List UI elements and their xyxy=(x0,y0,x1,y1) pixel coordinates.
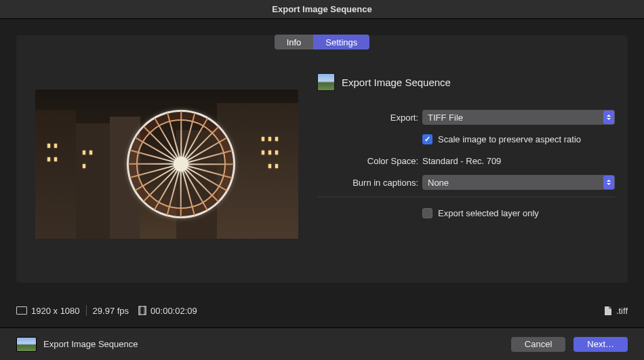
film-icon xyxy=(138,306,146,315)
tab-info[interactable]: Info xyxy=(275,35,314,49)
window-title: Export Image Sequence xyxy=(272,4,371,14)
export-selected-layer-label: Export selected layer only xyxy=(438,208,539,218)
burn-captions-label: Burn in captions: xyxy=(317,178,422,188)
burn-captions-popup[interactable]: None xyxy=(422,175,615,190)
status-bar: 1920 x 1080 29.97 fps 00:00:02:09 .tiff xyxy=(16,300,628,321)
sequence-icon xyxy=(317,73,335,91)
settings-panel: Info Settings xyxy=(16,35,628,283)
frame-icon xyxy=(16,306,27,315)
status-fps: 29.97 fps xyxy=(93,306,129,316)
window-title-bar: Export Image Sequence xyxy=(0,0,644,19)
cancel-button[interactable]: Cancel xyxy=(511,337,565,352)
color-space-value: Standard - Rec. 709 xyxy=(422,156,501,166)
scale-aspect-label: Scale image to preserve aspect ratio xyxy=(438,134,581,144)
svg-rect-0 xyxy=(139,306,146,315)
export-selected-layer-checkbox[interactable] xyxy=(422,208,432,218)
preview-image xyxy=(35,89,298,239)
svg-rect-1 xyxy=(139,306,140,315)
tab-control: Info Settings xyxy=(16,35,628,49)
status-resolution: 1920 x 1080 xyxy=(31,306,80,316)
content-area: Info Settings xyxy=(0,19,644,299)
footer-thumbnail-icon xyxy=(16,337,37,352)
export-format-value: TIFF File xyxy=(428,113,463,123)
tab-settings[interactable]: Settings xyxy=(313,35,369,49)
svg-rect-2 xyxy=(144,306,146,315)
export-format-popup[interactable]: TIFF File xyxy=(422,110,615,125)
color-space-label: Color Space: xyxy=(317,156,422,166)
export-label: Export: xyxy=(317,113,422,123)
status-extension: .tiff xyxy=(616,306,628,316)
settings-form: Export Image Sequence Export: TIFF File xyxy=(317,68,615,269)
form-title: Export Image Sequence xyxy=(342,77,451,88)
footer-title: Export Image Sequence xyxy=(43,339,138,349)
divider xyxy=(317,197,615,197)
chevron-updown-icon xyxy=(603,176,614,189)
next-button[interactable]: Next… xyxy=(573,337,628,352)
status-timecode: 00:00:02:09 xyxy=(150,306,197,316)
burn-captions-value: None xyxy=(428,178,449,188)
chevron-updown-icon xyxy=(603,111,614,124)
footer-bar: Export Image Sequence Cancel Next… xyxy=(0,327,644,360)
scale-aspect-checkbox[interactable] xyxy=(422,134,432,144)
file-icon xyxy=(604,306,612,316)
